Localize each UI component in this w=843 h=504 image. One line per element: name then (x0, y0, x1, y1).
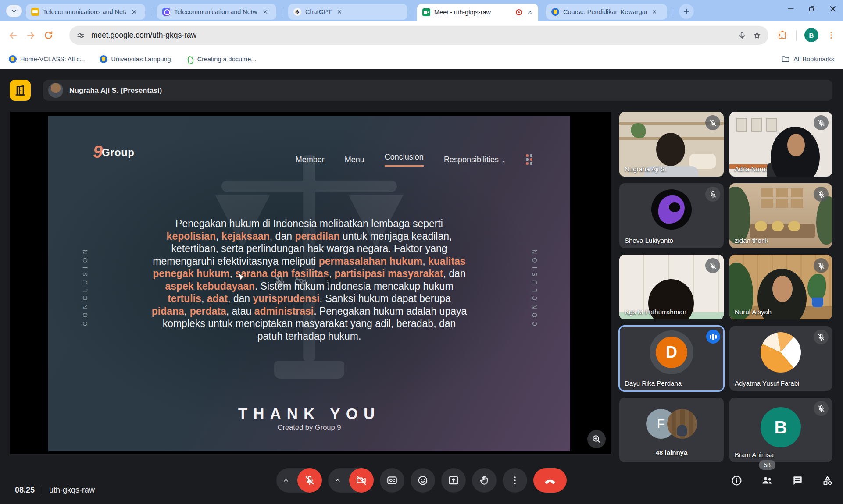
tab-close-icon[interactable] (650, 8, 658, 16)
thank-you-title: THANK YOU (48, 405, 570, 422)
participant-name: Bram Ahimsa (735, 451, 774, 458)
reload-button[interactable] (39, 27, 57, 44)
window-minimize-button[interactable] (781, 0, 801, 18)
meeting-details-button[interactable] (731, 475, 743, 486)
tile-adila[interactable]: Adila Nurul (729, 112, 832, 177)
tile-bram[interactable]: B Bram Ahimsa (729, 398, 832, 462)
bookmark-home-vclass[interactable]: Home-VCLASS: All c... (9, 55, 85, 63)
slide-logo-number: 9 (93, 142, 103, 162)
captions-button[interactable] (380, 468, 404, 493)
tile-sheva[interactable]: Sheva Lukiyanto (619, 183, 724, 248)
window-close-button[interactable] (823, 0, 843, 18)
chat-panel-button[interactable] (792, 475, 803, 486)
tab-separator (151, 8, 151, 16)
people-panel-button[interactable]: 58 (761, 474, 773, 486)
dot-grid-icon (526, 154, 532, 165)
highlighted-term: kepolisian (167, 231, 216, 242)
tab-title: Course: Pendidikan Kewarganeg (563, 8, 647, 15)
bookmark-star-icon[interactable] (753, 31, 761, 40)
tab-close-icon[interactable] (526, 8, 534, 16)
tab-meet-active[interactable]: Meet - uth-gkqs-raw (417, 4, 538, 21)
avatar (761, 332, 801, 373)
tile-zidan[interactable]: zidan thorik (729, 183, 832, 248)
clock-time: 08.25 (15, 486, 35, 495)
all-bookmarks-label: All Bookmarks (793, 56, 834, 63)
camera-off-button[interactable] (349, 468, 374, 493)
voice-search-icon[interactable] (738, 31, 747, 40)
present-button[interactable] (441, 468, 466, 493)
zoom-in-button[interactable] (587, 430, 606, 448)
participant-name: Sheva Lukiyanto (625, 237, 673, 244)
tab-search-button[interactable] (6, 5, 22, 17)
browser-tab-strip: Telecommunications and Netwo Telecommuni… (0, 0, 843, 21)
slide-logo: 9 Group (96, 146, 135, 159)
tile-dayu-speaking[interactable]: D Dayu Rika Perdana (619, 326, 724, 391)
meet-page: Nugraha Aji S. (Presentasi) 9 Group Memb… (0, 69, 843, 504)
tab-course[interactable]: Course: Pendidikan Kewarganeg (546, 4, 667, 20)
bookmark-universitas-lampung[interactable]: Universitas Lampung (100, 55, 171, 63)
mic-off-badge (814, 258, 829, 273)
more-options-button[interactable] (503, 468, 527, 493)
address-bar[interactable]: meet.google.com/uth-gkqs-raw (69, 26, 768, 45)
camera-options-chevron[interactable] (334, 477, 341, 484)
mic-off-button[interactable] (297, 468, 322, 493)
tile-kgs[interactable]: Kgs M Fathurrahman (619, 255, 724, 319)
window-restore-button[interactable] (802, 0, 822, 18)
participant-name: Kgs M Fathurrahman (625, 308, 686, 316)
tile-adyatma[interactable]: Adyatma Yusuf Farabi (729, 326, 832, 391)
mic-off-badge (705, 115, 720, 130)
tab-title: ChatGPT (305, 8, 332, 15)
avatar (651, 189, 692, 230)
tab-close-icon[interactable] (336, 8, 343, 16)
credit-text: Created by Group 9 (48, 423, 570, 432)
paragraph-text: , dan (228, 293, 253, 304)
back-button[interactable] (4, 27, 22, 44)
tab-telecommunications-1[interactable]: Telecommunications and Netwo (26, 4, 145, 20)
slide-nav-menu: Menu (345, 155, 364, 164)
bookmark-label: Universitas Lampung (111, 56, 171, 63)
highlighted-term: adat (207, 293, 228, 304)
url-text[interactable]: meet.google.com/uth-gkqs-raw (91, 31, 732, 40)
ghost-drag-handle: ⋮ (325, 275, 331, 288)
all-bookmarks-button[interactable]: All Bookmarks (781, 55, 834, 64)
presenter-avatar (48, 83, 63, 98)
forward-button[interactable] (22, 27, 39, 44)
mic-off-badge (814, 330, 829, 344)
participant-name: Adyatma Yusuf Farabi (735, 380, 799, 387)
divider (42, 485, 42, 495)
raise-hand-button[interactable] (472, 468, 497, 493)
mic-options-chevron[interactable] (282, 477, 289, 484)
slide-nav: Member Menu Conclusion Responsibilities⌄ (296, 153, 532, 167)
activities-button[interactable] (822, 475, 833, 486)
browser-menu-icon[interactable] (826, 30, 836, 40)
paragraph-text: , (216, 231, 221, 242)
site-settings-icon[interactable] (76, 31, 85, 40)
new-tab-button[interactable] (679, 4, 694, 19)
tab-close-icon[interactable] (130, 8, 138, 16)
bookmark-creating-document[interactable]: Creating a docume... (186, 55, 257, 63)
paragraph-text: , (422, 256, 428, 267)
paragraph-text: . Sanksi hukum dapat berupa (320, 293, 451, 304)
mic-off-badge (814, 187, 829, 202)
panel-buttons: 58 (731, 474, 833, 486)
tab-separator (673, 8, 673, 16)
tile-nugraha[interactable]: Nugraha Aji S. (619, 112, 724, 177)
unila-icon (551, 8, 559, 16)
extensions-icon[interactable] (777, 30, 788, 41)
meet-icon (422, 8, 430, 16)
profile-avatar[interactable]: B (804, 28, 818, 42)
paragraph-text: Penegakan hukum di Indonesia melibatkan … (175, 218, 443, 229)
reactions-button[interactable] (411, 468, 435, 493)
presentation-stage: 9 Group Member Menu Conclusion Responsib… (10, 112, 611, 454)
call-controls (276, 468, 567, 493)
participant-count-badge: 58 (759, 460, 775, 470)
bookmark-label: Home-VCLASS: All c... (20, 56, 85, 63)
participant-name: zidan thorik (735, 237, 768, 244)
tab-close-icon[interactable] (261, 8, 269, 16)
tab-telecommunication-2[interactable]: Telecommunication and Netwo (157, 4, 276, 20)
highlighted-term: tertulis (168, 293, 201, 304)
end-call-button[interactable] (533, 468, 567, 493)
tile-nurul[interactable]: Nurul Aisyah (729, 255, 832, 319)
tile-overflow[interactable]: F 48 lainnya (619, 398, 724, 462)
tab-chatgpt[interactable]: ChatGPT (288, 4, 407, 20)
